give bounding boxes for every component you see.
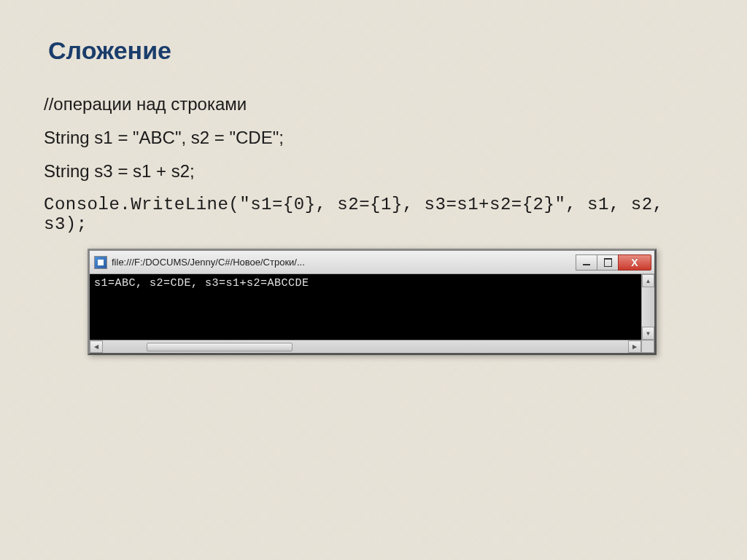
window-title-text: file:///F:/DOCUMS/Jenny/C#/Новое/Строки/… [112, 257, 576, 268]
scrollbar-corner [641, 340, 654, 353]
vertical-scroll-track[interactable] [642, 287, 654, 327]
console-app-icon [94, 256, 107, 269]
console-output: s1=ABC, s2=CDE, s3=s1+s2=ABCCDE [90, 274, 641, 340]
code-comment: //операции над строками [44, 94, 703, 114]
title-bar[interactable]: file:///F:/DOCUMS/Jenny/C#/Новое/Строки/… [90, 251, 654, 274]
scroll-up-icon[interactable]: ▲ [642, 274, 654, 287]
vertical-scrollbar[interactable]: ▲ ▼ [641, 274, 654, 340]
maximize-button[interactable] [597, 254, 619, 271]
horizontal-scrollbar[interactable]: ◀ ▶ [90, 340, 641, 353]
console-window: file:///F:/DOCUMS/Jenny/C#/Новое/Строки/… [88, 249, 657, 355]
window-controls: X [576, 254, 651, 271]
close-button[interactable]: X [618, 254, 651, 271]
horizontal-scroll-track[interactable] [103, 341, 628, 353]
code-line-declare2: String s3 = s1 + s2; [44, 161, 703, 182]
horizontal-scroll-thumb[interactable] [147, 343, 293, 351]
scroll-down-icon[interactable]: ▼ [642, 327, 654, 340]
scroll-left-icon[interactable]: ◀ [90, 341, 103, 353]
code-line-writeline: Console.WriteLine("s1={0}, s2={1}, s3=s1… [44, 195, 703, 234]
code-line-declare1: String s1 = "ABC", s2 = "CDE"; [44, 128, 703, 148]
page-title: Сложение [48, 36, 703, 65]
scroll-right-icon[interactable]: ▶ [628, 341, 641, 353]
minimize-button[interactable] [576, 254, 597, 271]
